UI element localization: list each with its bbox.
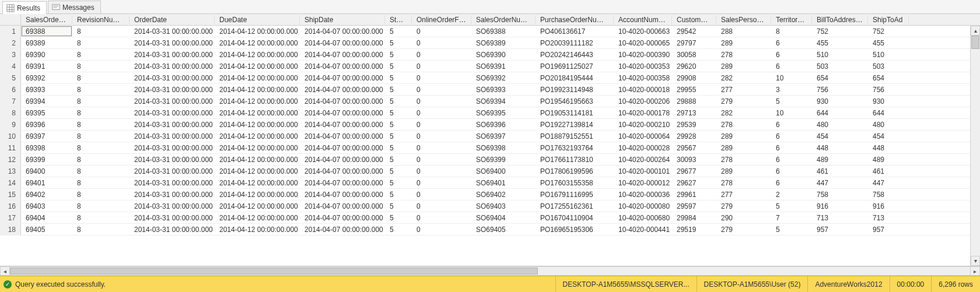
table-row[interactable]: 56939282014-03-31 00:00:00.0002014-04-12… [0,72,980,84]
col-header[interactable]: AccountNumber [614,16,672,24]
cell[interactable]: 2014-04-12 00:00:00.000 [215,166,300,177]
cell[interactable]: 0 [412,37,471,48]
cell[interactable]: 30058 [672,49,716,60]
cell[interactable]: 5 [385,154,412,165]
row-number[interactable]: 11 [0,142,21,153]
row-number[interactable]: 15 [0,189,21,200]
cell[interactable]: 756 [868,84,909,95]
cell[interactable]: 6 [771,61,812,72]
cell[interactable]: 10-4020-000358 [614,72,672,83]
row-number[interactable]: 17 [0,212,21,223]
cell[interactable]: 289 [716,131,771,142]
cell[interactable]: 29542 [672,26,716,37]
scroll-right-arrow-icon[interactable]: ▸ [970,266,980,276]
table-row[interactable]: 86939582014-03-31 00:00:00.0002014-04-12… [0,107,980,119]
cell[interactable]: 10-4020-000064 [614,131,672,142]
vertical-scrollbar[interactable]: ▴ ▾ [970,26,980,266]
cell[interactable]: 5 [771,200,812,212]
cell[interactable]: 2014-04-12 00:00:00.000 [215,224,300,235]
table-row[interactable]: 96939682014-03-31 00:00:00.0002014-04-12… [0,119,980,131]
cell[interactable]: 10-4020-000210 [614,119,672,130]
cell[interactable]: 0 [412,107,471,118]
cell[interactable]: 8 [72,61,130,72]
cell[interactable]: 69400 [21,166,72,177]
cell[interactable]: 29908 [672,72,716,83]
cell[interactable]: 69399 [21,154,72,165]
cell[interactable]: 0 [412,224,471,235]
cell[interactable]: 930 [812,96,868,107]
cell[interactable]: 5 [385,107,412,118]
cell[interactable]: 29567 [672,142,716,153]
cell[interactable]: 8 [72,96,130,107]
cell[interactable]: 5 [385,131,412,142]
cell[interactable]: 290 [716,212,771,223]
cell[interactable]: 69389 [21,37,72,48]
cell[interactable]: 2014-04-12 00:00:00.000 [215,107,300,118]
cell[interactable]: 2014-04-12 00:00:00.000 [215,37,300,48]
row-number[interactable]: 1 [0,26,21,37]
cell[interactable]: 2014-04-12 00:00:00.000 [215,119,300,130]
cell[interactable]: PO19691125027 [536,61,614,72]
cell[interactable]: 2014-04-07 00:00:00.000 [300,96,385,107]
cell[interactable]: 2014-04-07 00:00:00.000 [300,224,385,235]
table-row[interactable]: 166940382014-03-31 00:00:00.0002014-04-1… [0,200,980,212]
cell[interactable]: 454 [868,131,909,142]
cell[interactable]: 2014-04-07 00:00:00.000 [300,49,385,60]
cell[interactable]: 6 [771,154,812,165]
cell[interactable]: 2014-04-07 00:00:00.000 [300,189,385,200]
cell[interactable]: 29928 [672,131,716,142]
cell[interactable]: 2014-03-31 00:00:00.000 [130,224,215,235]
table-row[interactable]: 116939882014-03-31 00:00:00.0002014-04-1… [0,142,980,154]
cell[interactable]: 2014-03-31 00:00:00.000 [130,154,215,165]
cell[interactable]: 69402 [21,189,72,200]
col-header[interactable]: DueDate [215,16,300,24]
cell[interactable]: 2014-03-31 00:00:00.000 [130,189,215,200]
cell[interactable]: 2014-04-12 00:00:00.000 [215,189,300,200]
cell[interactable]: 2014-03-31 00:00:00.000 [130,84,215,95]
cell[interactable]: 0 [412,166,471,177]
table-row[interactable]: 156940282014-03-31 00:00:00.0002014-04-1… [0,189,980,200]
cell[interactable]: 930 [868,96,909,107]
col-header[interactable]: SalesOrderNumber [471,16,536,24]
cell[interactable]: 957 [868,224,909,235]
row-number[interactable]: 4 [0,61,21,72]
cell[interactable]: SO69394 [471,96,536,107]
cell[interactable]: 69393 [21,84,72,95]
cell[interactable]: 6 [771,177,812,188]
cell[interactable]: PO17603155358 [536,177,614,188]
row-number[interactable]: 18 [0,224,21,235]
cell[interactable]: 10-4020-000065 [614,37,672,48]
cell[interactable]: 0 [412,61,471,72]
cell[interactable]: 277 [716,189,771,200]
cell[interactable]: SO69390 [471,49,536,60]
cell[interactable]: SO69398 [471,142,536,153]
cell[interactable]: 2014-03-31 00:00:00.000 [130,131,215,142]
cell[interactable]: 5 [385,119,412,130]
cell[interactable]: SO69399 [471,154,536,165]
cell[interactable]: 8 [72,224,130,235]
cell[interactable]: 5 [385,224,412,235]
table-row[interactable]: 76939482014-03-31 00:00:00.0002014-04-12… [0,96,980,107]
col-header[interactable]: ShipDate [300,16,385,24]
row-number[interactable]: 10 [0,131,21,142]
cell[interactable]: 29797 [672,37,716,48]
cell[interactable]: 278 [716,49,771,60]
row-number[interactable]: 2 [0,37,21,48]
cell[interactable]: 644 [868,107,909,118]
cell[interactable]: 278 [716,154,771,165]
results-grid[interactable]: SalesOrderID RevisionNumber OrderDate Du… [0,14,980,261]
cell[interactable]: 0 [412,72,471,83]
cell[interactable]: PO19227139814 [536,119,614,130]
cell[interactable]: 278 [716,177,771,188]
cell[interactable]: 752 [868,26,909,37]
col-header[interactable]: SalesOrderID [21,16,72,24]
cell[interactable]: 8 [72,131,130,142]
cell[interactable]: 0 [412,200,471,212]
hscroll-thumb[interactable] [10,268,538,275]
cell[interactable]: 758 [812,189,868,200]
cell[interactable]: 489 [812,154,868,165]
cell[interactable]: 2014-04-07 00:00:00.000 [300,107,385,118]
cell[interactable]: 8 [72,212,130,223]
scroll-left-arrow-icon[interactable]: ◂ [0,266,10,276]
cell[interactable]: 5 [385,37,412,48]
